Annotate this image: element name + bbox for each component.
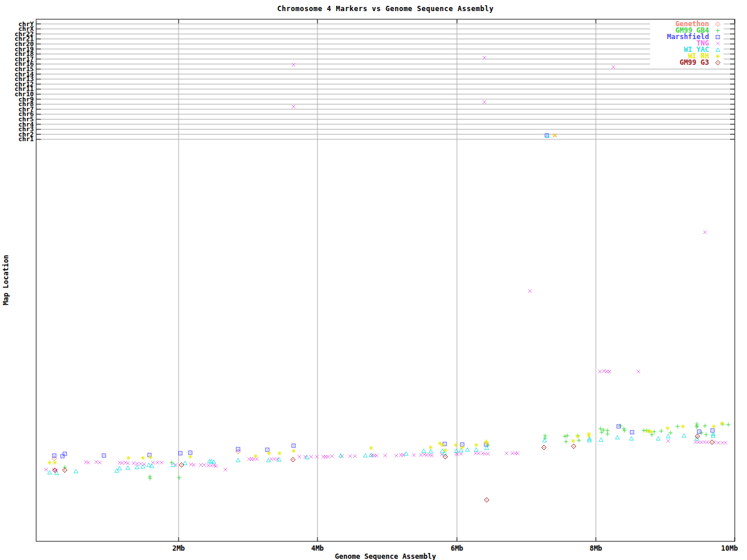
- chromosome-lanes: [36, 24, 735, 139]
- chr-axis-label-chr1: chr1: [4, 136, 34, 142]
- x-tick-label-6Mb: 6Mb: [439, 544, 474, 552]
- legend-item-g3: GM99 G3: [650, 60, 722, 66]
- x-axis-label: Genome Sequence Assembly: [36, 552, 735, 560]
- series-yac: [48, 134, 715, 475]
- series-genethon: [52, 449, 240, 461]
- legend-label-g3: GM99 G3: [679, 60, 709, 66]
- legend-symbol-yac-icon: [713, 47, 722, 53]
- x-tick-label-8Mb: 8Mb: [578, 544, 613, 552]
- legend-symbol-marshfield-icon: [713, 34, 722, 40]
- x-tick-label-10Mb: 10Mb: [712, 544, 747, 552]
- series-tng: [44, 56, 727, 472]
- chart-canvas: Chromosome 4 Markers vs Genome Sequence …: [0, 0, 747, 560]
- legend-symbol-rh-icon: [713, 53, 722, 60]
- x-tick-label-4Mb: 4Mb: [300, 544, 335, 552]
- x-tick-label-2Mb: 2Mb: [161, 544, 196, 552]
- series-g3: [53, 434, 714, 502]
- legend-symbol-g3-icon: [713, 60, 722, 66]
- legend: GenethonGM99 GB4MarshfieldTNGWI YACWI RH…: [650, 21, 724, 67]
- legend-item-yac: WI YAC: [650, 47, 722, 53]
- x-gridlines: [179, 20, 596, 541]
- legend-symbol-genethon-icon: [713, 21, 722, 27]
- plot-area: [0, 0, 747, 560]
- legend-symbol-gb4-icon: [713, 27, 722, 34]
- series-marshfield: [53, 134, 714, 458]
- legend-symbol-tng-icon: [713, 40, 722, 47]
- series-rh: [48, 134, 724, 465]
- legend-item-marshfield: Marshfield: [650, 34, 722, 40]
